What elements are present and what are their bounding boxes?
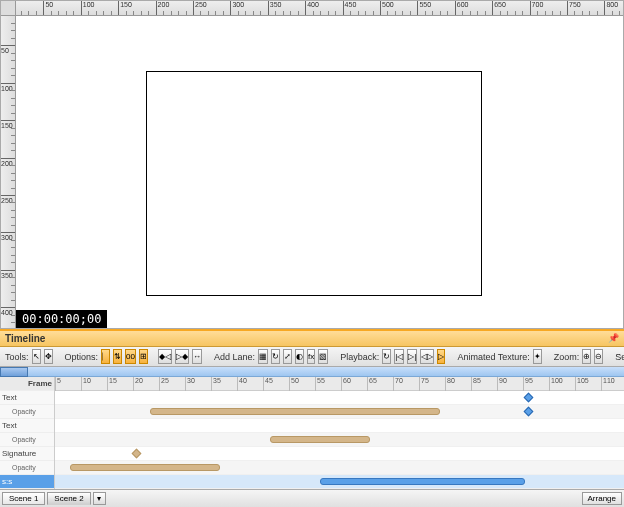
track-text1[interactable] xyxy=(55,391,624,405)
add-scene-icon[interactable]: ▾ xyxy=(93,492,106,505)
scene-tab-2[interactable]: Scene 2 xyxy=(47,492,90,505)
clip[interactable] xyxy=(320,478,525,485)
track-opacity3[interactable] xyxy=(55,461,624,475)
ruler-vertical[interactable]: 050100150200250300350400 xyxy=(1,16,16,328)
keyframe[interactable] xyxy=(524,393,534,403)
timeline-title-bar[interactable]: Timeline 📌 xyxy=(0,331,624,347)
frame-header: Frame xyxy=(0,377,54,391)
track-area[interactable]: 5101520253035404550556065707580859095100… xyxy=(55,377,624,489)
play-range-icon[interactable]: ◁▷ xyxy=(420,349,434,364)
play-icon[interactable]: ▷ xyxy=(437,349,445,364)
move-tool-icon[interactable]: ✥ xyxy=(44,349,53,364)
add-rotate-lane-icon[interactable]: ↻ xyxy=(271,349,280,364)
timeline-title: Timeline xyxy=(5,333,45,344)
clip[interactable] xyxy=(150,408,440,415)
loop-icon[interactable]: ↻ xyxy=(382,349,391,364)
zoom-label: Zoom: xyxy=(554,352,580,362)
go-start-icon[interactable]: |◁ xyxy=(394,349,404,364)
time-option-icon[interactable]: 00 xyxy=(125,349,136,364)
track-label-opacity3[interactable]: Opacity xyxy=(0,461,54,475)
add-fx-lane-icon[interactable]: fx xyxy=(307,349,315,364)
track-label-signature[interactable]: Signature xyxy=(0,447,54,461)
clip[interactable] xyxy=(70,464,220,471)
add-color-lane-icon[interactable]: ▧ xyxy=(318,349,328,364)
zoom-in-icon[interactable]: ⊕ xyxy=(582,349,591,364)
prev-key-icon[interactable]: ◆◁ xyxy=(158,349,172,364)
canvas-area: 0501001502002503003504004505005506006507… xyxy=(0,0,624,329)
track-opacity2[interactable] xyxy=(55,433,624,447)
add-opacity-lane-icon[interactable]: ◐ xyxy=(295,349,304,364)
track-labels: Frame Text Opacity Text Opacity Signatur… xyxy=(0,377,55,489)
ruler-corner xyxy=(1,1,16,16)
pointer-tool-icon[interactable]: ↖ xyxy=(32,349,41,364)
animtex-icon[interactable]: ✦ xyxy=(533,349,542,364)
track-opacity1[interactable] xyxy=(55,405,624,419)
timeline-footer: Scene 1 Scene 2 ▾ Arrange xyxy=(0,489,624,507)
expand-icon[interactable]: ↔ xyxy=(192,349,202,364)
scrub-handle[interactable] xyxy=(0,367,28,377)
tools-label: Tools: xyxy=(5,352,29,362)
scene-tab-1[interactable]: Scene 1 xyxy=(2,492,45,505)
stage[interactable]: 00:00:00;00 xyxy=(16,16,623,328)
add-position-lane-icon[interactable]: ▦ xyxy=(258,349,268,364)
link-option-icon[interactable]: ⇅ xyxy=(113,349,122,364)
playback-label: Playback: xyxy=(340,352,379,362)
timeline-scrubber[interactable] xyxy=(0,367,624,377)
add-scale-lane-icon[interactable]: ⤢ xyxy=(283,349,292,364)
go-end-icon[interactable]: ▷| xyxy=(407,349,417,364)
addlane-label: Add Lane: xyxy=(214,352,255,362)
grid-option-icon[interactable]: ⊞ xyxy=(139,349,148,364)
track-label-opacity1[interactable]: Opacity xyxy=(0,405,54,419)
track-ss[interactable] xyxy=(55,475,624,489)
animtex-label: Animated Texture: xyxy=(457,352,529,362)
timecode-display: 00:00:00;00 xyxy=(16,310,107,328)
artboard[interactable] xyxy=(146,71,482,296)
options-label: Options: xyxy=(65,352,99,362)
track-label-opacity2[interactable]: Opacity xyxy=(0,433,54,447)
next-key-icon[interactable]: ▷◆ xyxy=(175,349,189,364)
timeline-body: Frame Text Opacity Text Opacity Signatur… xyxy=(0,377,624,489)
timeline-panel: Timeline 📌 Tools: ↖ ✥ Options: ⎸ ⇅ 00 ⊞ … xyxy=(0,329,624,507)
timeline-toolbar: Tools: ↖ ✥ Options: ⎸ ⇅ 00 ⊞ ◆◁ ▷◆ ↔ Add… xyxy=(0,347,624,367)
snap-option-icon[interactable]: ⎸ xyxy=(101,349,110,364)
frame-ruler[interactable]: 5101520253035404550556065707580859095100… xyxy=(55,377,624,391)
track-label-ss[interactable]: s:s xyxy=(0,475,54,489)
arrange-button[interactable]: Arrange xyxy=(582,492,622,505)
selection-label: Selection: xyxy=(615,352,624,362)
keyframe[interactable] xyxy=(132,449,142,459)
track-label-text2[interactable]: Text xyxy=(0,419,54,433)
track-label-text1[interactable]: Text xyxy=(0,391,54,405)
ruler-horizontal[interactable]: 0501001502002503003504004505005506006507… xyxy=(16,1,623,16)
track-signature[interactable] xyxy=(55,447,624,461)
keyframe[interactable] xyxy=(524,407,534,417)
pin-icon[interactable]: 📌 xyxy=(608,333,619,344)
zoom-out-icon[interactable]: ⊖ xyxy=(594,349,603,364)
clip[interactable] xyxy=(270,436,370,443)
track-text2[interactable] xyxy=(55,419,624,433)
